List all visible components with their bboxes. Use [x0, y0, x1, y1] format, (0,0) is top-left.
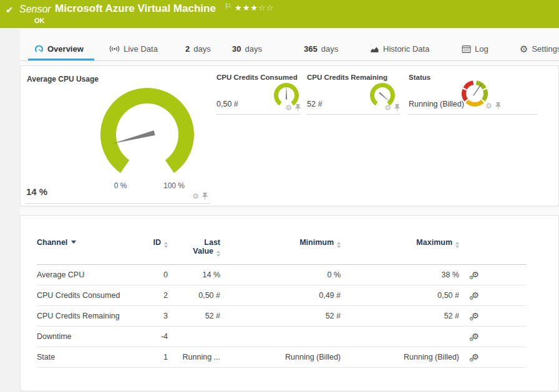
active-tab-indicator: [28, 59, 94, 60]
sensor-header: ✔ Sensor Microsoft Azure Virtual Machine…: [0, 0, 559, 28]
log-list-icon: [462, 45, 471, 53]
channel-last-value: Running ...: [168, 347, 220, 368]
channel-settings-icon[interactable]: ⚙⚙: [472, 291, 479, 300]
gauge-needle: [379, 92, 391, 103]
tab-number: 30: [232, 44, 241, 54]
gauge-settings-icon[interactable]: ⚙: [192, 193, 199, 200]
column-header-channel[interactable]: Channel: [37, 238, 149, 265]
settings-gear-icon: ⚙: [520, 44, 528, 54]
pin-icon[interactable]: [495, 102, 501, 110]
channel-settings-cell: ⚙⚙: [459, 327, 527, 347]
tab-label: days: [193, 44, 210, 54]
tab-number: 2: [185, 44, 190, 54]
channel-minimum: Running (Billed): [220, 347, 341, 368]
sort-icon: [337, 242, 341, 248]
channel-last-value: 52 #: [168, 306, 220, 327]
gauge-icon: [34, 45, 44, 54]
sensor-ok-check-icon: ✔: [6, 4, 14, 16]
channel-last-value: 0,50 #: [168, 285, 220, 306]
column-header-id[interactable]: ID: [149, 238, 168, 265]
priority-flag-icon[interactable]: ⚐: [225, 2, 231, 11]
tab-settings[interactable]: ⚙ Settings: [520, 37, 559, 60]
credits-consumed-gauge-panel[interactable]: CPU Credits Consumed 0,50 # ⚙: [216, 71, 301, 115]
channel-id: 0: [149, 265, 168, 285]
sensor-status-text: OK: [34, 17, 45, 24]
channel-settings-icon[interactable]: ⚙⚙: [472, 312, 479, 320]
channel-settings-icon[interactable]: ⚙⚙: [472, 270, 479, 279]
channel-name: CPU Credits Consumed: [37, 285, 149, 306]
gauge-value: 14 %: [26, 186, 47, 197]
tab-label: days: [321, 44, 338, 54]
channel-name: Average CPU: [37, 265, 149, 285]
sensor-type-label: Sensor: [19, 4, 51, 15]
column-header-maximum[interactable]: Maximum: [341, 238, 459, 265]
channel-id: -4: [149, 327, 168, 347]
gauge-title: CPU Credits Remaining: [307, 74, 387, 81]
channel-last-value: [168, 327, 220, 347]
tab-overview[interactable]: Overview: [34, 37, 84, 60]
pin-icon[interactable]: [202, 193, 208, 200]
pin-icon[interactable]: [295, 104, 301, 112]
tab-label: Overview: [47, 44, 84, 54]
tab-log[interactable]: Log: [462, 37, 489, 60]
channel-maximum: 38 %: [341, 265, 459, 285]
gauge-settings-icon[interactable]: ⚙: [384, 104, 391, 112]
tab-live-data[interactable]: Live Data: [109, 37, 158, 60]
channel-minimum: 52 #: [220, 306, 341, 327]
channel-maximum: 0,50 #: [341, 285, 459, 306]
table-row[interactable]: CPU Credits Consumed20,50 #0,49 #0,50 #⚙…: [37, 285, 527, 306]
channel-last-value: 14 %: [168, 265, 220, 285]
channel-settings-cell: ⚙⚙: [459, 306, 527, 327]
gauge-title: Status: [409, 74, 430, 81]
channel-maximum: Running (Billed): [341, 347, 459, 368]
channel-minimum: [220, 327, 341, 347]
channel-settings-cell: ⚙⚙: [459, 285, 527, 306]
tab-label: days: [245, 44, 261, 54]
tab-label: Log: [475, 44, 489, 54]
table-row[interactable]: Average CPU014 %0 %38 %⚙⚙: [37, 265, 527, 285]
status-gauge-panel[interactable]: Status Running (Billed) ⚙: [408, 71, 537, 115]
column-header-last-value[interactable]: Last Value: [168, 238, 220, 265]
channel-maximum: [341, 327, 459, 347]
credits-remaining-gauge-panel[interactable]: CPU Credits Remaining 52 # ⚙: [306, 71, 400, 115]
channel-id: 3: [149, 306, 168, 327]
sensor-title: Microsoft Azure Virtual Machine: [55, 2, 216, 15]
channel-maximum: 52 #: [341, 306, 459, 327]
page-left-margin: [0, 28, 20, 392]
gauge-settings-icon[interactable]: ⚙: [285, 104, 292, 112]
channel-settings-icon[interactable]: ⚙⚙: [472, 332, 479, 341]
pin-icon[interactable]: [394, 104, 400, 112]
column-header-minimum[interactable]: Minimum: [220, 238, 341, 265]
gauge-needle: [112, 130, 155, 146]
channel-name: CPU Credits Remaining: [37, 306, 149, 327]
channel-name: State: [37, 347, 149, 368]
tab-2-days[interactable]: 2 days: [185, 37, 211, 60]
gauge-title: Average CPU Usage: [27, 75, 99, 84]
channel-table: Channel ID Last Value Minimum Maximum: [37, 238, 527, 368]
sensor-tab-bar: Overview Live Data 2 days 30 days 365 da…: [0, 37, 559, 61]
table-row[interactable]: Downtime-4⚙⚙: [37, 327, 527, 347]
gauge-settings-icon[interactable]: ⚙: [485, 102, 492, 110]
table-row[interactable]: CPU Credits Remaining352 #52 #52 #⚙⚙: [37, 306, 527, 327]
table-row[interactable]: State1Running ...Running (Billed)Running…: [37, 347, 527, 368]
channel-minimum: 0 %: [220, 265, 341, 285]
gauges-card: Average CPU Usage 0 % 100 % 14 % ⚙ CPU C…: [20, 65, 559, 206]
tab-label: Settings: [532, 44, 559, 54]
tab-30-days[interactable]: 30 days: [232, 37, 262, 60]
tab-historic-data[interactable]: Historic Data: [370, 37, 429, 60]
sort-icon: [216, 251, 220, 257]
tab-label: Historic Data: [383, 44, 429, 54]
average-cpu-gauge-panel[interactable]: Average CPU Usage 0 % 100 % 14 % ⚙: [26, 71, 210, 204]
channel-minimum: 0,49 #: [220, 285, 341, 306]
tab-number: 365: [304, 44, 318, 54]
column-header-actions: [459, 238, 527, 265]
gauge-title: CPU Credits Consumed: [216, 74, 298, 81]
tab-365-days[interactable]: 365 days: [304, 37, 338, 60]
gauge-value: 0,50 #: [216, 100, 238, 108]
channel-settings-icon[interactable]: ⚙⚙: [472, 353, 479, 361]
rating-stars[interactable]: ★★★☆☆: [235, 3, 274, 12]
channel-settings-cell: ⚙⚙: [459, 265, 527, 285]
gauge-value: Running (Billed): [409, 100, 464, 108]
sort-desc-icon: [71, 241, 76, 244]
channels-card: Channel ID Last Value Minimum Maximum: [20, 215, 559, 391]
